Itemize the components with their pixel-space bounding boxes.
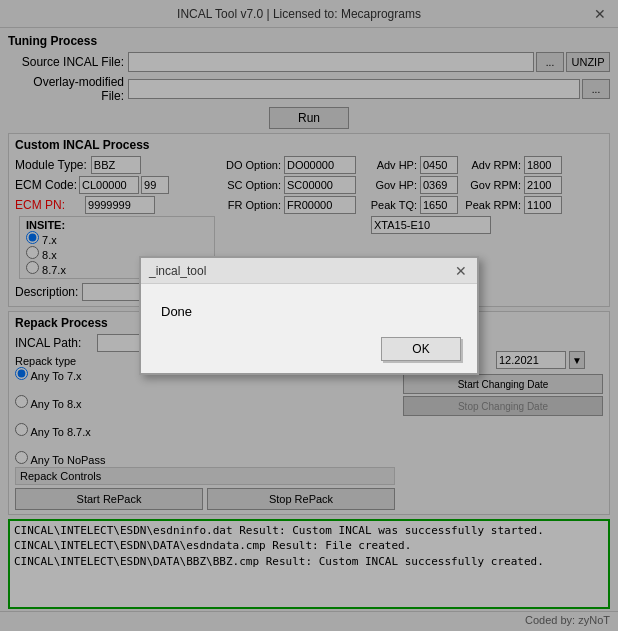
- modal-close-button[interactable]: ✕: [453, 263, 469, 279]
- modal-footer: OK: [141, 329, 477, 373]
- modal-body: Done: [141, 284, 477, 329]
- modal-dialog: _incal_tool ✕ Done OK: [139, 256, 479, 375]
- modal-title: _incal_tool: [149, 264, 206, 278]
- modal-titlebar: _incal_tool ✕: [141, 258, 477, 284]
- ok-button[interactable]: OK: [381, 337, 461, 361]
- modal-message: Done: [161, 304, 192, 319]
- modal-overlay: _incal_tool ✕ Done OK: [0, 0, 618, 631]
